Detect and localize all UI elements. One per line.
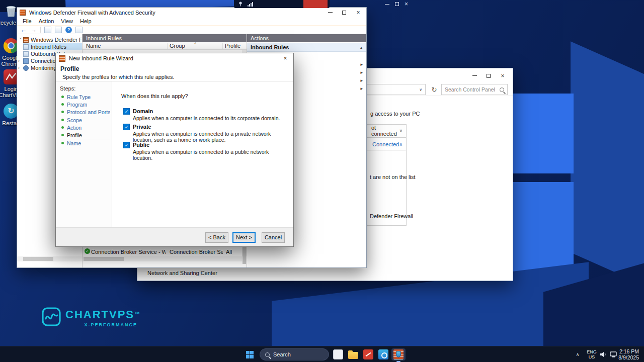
tree-horizontal-scrollbar[interactable] (17, 256, 82, 261)
connection-quality-icon (248, 2, 253, 7)
tree-root-firewall[interactable]: › Windows Defender Firewall wit (23, 36, 82, 43)
menu-view[interactable]: View (57, 18, 76, 24)
console-tree-toggle-icon[interactable] (44, 27, 51, 33)
cp-window-controls: × (467, 71, 510, 80)
close-button[interactable]: × (496, 71, 510, 80)
taskbar: Search ∧ ENG US 2:16 PM 8/9/2025 (0, 346, 644, 362)
public-description: Applies when a computer is connected to … (133, 149, 280, 161)
step-program[interactable]: Program (67, 102, 87, 108)
rdp-connection-bar[interactable] (234, 0, 330, 8)
monitoring-icon (23, 65, 29, 71)
taskbar-app-firewall-active[interactable] (391, 348, 406, 360)
rule-row[interactable]: ✓ Connection Broker Service - WMI (DCO..… (83, 248, 242, 255)
private-checkbox[interactable]: ✓ (123, 124, 130, 130)
wizard-page-title: Profile (60, 65, 79, 72)
public-checkbox[interactable]: ✓ (123, 142, 130, 148)
step-protocol-and-ports[interactable]: Protocol and Ports (67, 109, 110, 115)
menu-help[interactable]: Help (76, 18, 95, 24)
firewall-node-icon (23, 37, 29, 43)
menu-bar: File Action View Help (17, 17, 366, 25)
tray-overflow-chevron[interactable]: ∧ (574, 348, 582, 360)
outbound-rules-icon (23, 51, 29, 57)
step-bullet-icon (61, 119, 64, 121)
step-bullet-icon (61, 134, 64, 136)
option-domain: ✓ Domain Applies when a computer is conn… (123, 108, 280, 122)
menu-action[interactable]: Action (35, 18, 58, 24)
cp-text-access: g access to your PC (370, 111, 420, 117)
search-input[interactable] (445, 86, 498, 93)
chartvps-logo-subtitle: X-PERFORMANCE (65, 322, 139, 327)
minimize-button[interactable] (323, 8, 337, 17)
rule-profile: All (226, 249, 232, 255)
cancel-button[interactable]: Cancel (262, 232, 285, 243)
firewall-titlebar[interactable]: Windows Defender Firewall with Advanced … (17, 8, 366, 17)
step-bullet-icon (61, 103, 64, 106)
close-icon[interactable]: × (401, 0, 411, 8)
wizard-body: Steps: Rule Type Program Protocol and Po… (56, 81, 293, 227)
back-button[interactable]: < Back (205, 232, 228, 243)
collapsed-twisty-icon[interactable]: › (18, 58, 23, 63)
taskbar-app-window[interactable] (331, 348, 345, 360)
submenu-arrow-icon: ▸ (360, 70, 363, 75)
cp-text-not-on-list: t are not on the list (370, 174, 416, 180)
list-horizontal-scrollbar[interactable] (83, 256, 242, 261)
public-label[interactable]: Public (133, 141, 280, 148)
start-button[interactable] (242, 348, 258, 360)
column-group[interactable]: Group (170, 42, 185, 50)
wizard-steps-panel: Steps: Rule Type Program Protocol and Po… (56, 81, 112, 227)
private-label[interactable]: Private (133, 123, 280, 130)
export-list-icon[interactable] (55, 27, 62, 33)
minimize-icon[interactable] (382, 0, 392, 8)
search-icon (265, 352, 270, 357)
back-icon[interactable]: ← (20, 27, 27, 33)
background-window-controls: × (382, 0, 411, 8)
taskbar-search[interactable]: Search (260, 348, 329, 360)
menu-file[interactable]: File (19, 18, 35, 24)
network-sharing-center-link[interactable]: Network and Sharing Center (147, 270, 217, 276)
date: 8/9/2025 (618, 354, 639, 360)
step-rule-type[interactable]: Rule Type (67, 94, 91, 100)
forward-icon[interactable]: → (30, 27, 37, 33)
option-public: ✓ Public Applies when a computer is conn… (123, 141, 280, 161)
pin-icon[interactable] (238, 1, 243, 8)
close-button[interactable]: × (351, 8, 365, 17)
domain-checkbox[interactable]: ✓ (123, 108, 130, 115)
list-pane-title: Inbound Rules (83, 34, 247, 42)
wizard-close-button[interactable]: × (279, 54, 291, 62)
steps-divider (58, 139, 110, 139)
new-inbound-rule-wizard: New Inbound Rule Wizard × Profile Specif… (55, 53, 294, 247)
maximize-button[interactable] (337, 8, 351, 17)
address-dropdown-icon[interactable]: ∨ (419, 87, 422, 92)
step-scope[interactable]: Scope (67, 117, 82, 123)
collapsed-twisty-icon[interactable]: › (18, 65, 23, 70)
desktop-bg-shape (571, 41, 644, 291)
taskbar-search-label: Search (273, 351, 291, 357)
windows-logo-icon (246, 351, 254, 358)
column-name[interactable]: Name (86, 42, 101, 50)
actions-group-inbound-rules[interactable]: Inbound Rules ▴ (247, 43, 366, 52)
step-profile-current[interactable]: Profile (67, 132, 82, 138)
language-indicator[interactable]: ENG US (585, 348, 599, 360)
maximize-icon[interactable] (392, 0, 401, 8)
step-name[interactable]: Name (67, 140, 81, 146)
domain-label[interactable]: Domain (133, 108, 280, 115)
tree-item-inbound-rules[interactable]: Inbound Rules (23, 43, 82, 50)
wizard-titlebar[interactable]: New Inbound Rule Wizard × (56, 53, 293, 63)
column-profile[interactable]: Profile (225, 42, 240, 50)
taskbar-app-blue[interactable] (376, 348, 390, 360)
action-pane-toggle-icon[interactable] (75, 27, 83, 33)
cp-link-defender-firewall[interactable]: Defender Firewall (370, 213, 413, 219)
taskbar-app-file-explorer[interactable] (346, 348, 360, 360)
rule-enabled-icon: ✓ (85, 248, 90, 254)
minimize-button[interactable] (467, 71, 481, 80)
clock[interactable]: 2:16 PM 8/9/2025 (614, 348, 640, 360)
next-button[interactable]: Next > (232, 232, 256, 243)
rdp-bar-red-segment[interactable] (303, 0, 328, 8)
maximize-button[interactable] (481, 71, 496, 80)
taskbar-app-red[interactable] (361, 348, 375, 360)
collapse-group-icon[interactable]: ▴ (360, 45, 362, 50)
help-icon[interactable]: ? (65, 27, 72, 33)
refresh-button[interactable]: ↻ (429, 84, 440, 95)
step-action[interactable]: Action (67, 125, 82, 131)
expanded-twisty-icon[interactable]: › (18, 38, 23, 42)
